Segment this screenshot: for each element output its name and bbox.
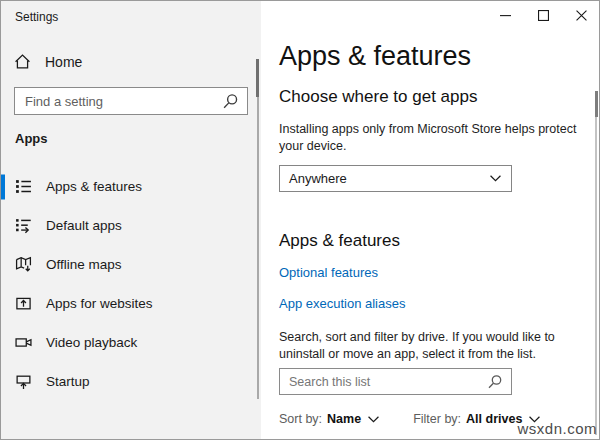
sidebar-section-apps: Apps	[15, 131, 48, 146]
content-scrollbar-thumb[interactable]	[595, 91, 598, 117]
sidebar-item-startup[interactable]: Startup	[1, 362, 257, 401]
settings-window: Settings Home Apps Apps & features	[0, 0, 600, 440]
sidebar-scrollbar-track[interactable]	[257, 59, 259, 399]
startup-icon	[15, 373, 32, 390]
app-execution-aliases-link[interactable]: App execution aliases	[279, 296, 405, 311]
window-controls	[499, 9, 587, 21]
main-content: Apps & features Choose where to get apps…	[261, 1, 599, 439]
watermark: wsxdn.com	[517, 420, 597, 437]
optional-features-link[interactable]: Optional features	[279, 265, 378, 280]
video-playback-icon	[15, 334, 32, 351]
sidebar-item-apps-for-websites[interactable]: Apps for websites	[1, 284, 257, 323]
apps-for-websites-icon	[15, 295, 32, 312]
app-source-dropdown[interactable]: Anywhere	[279, 165, 512, 192]
offline-maps-icon	[15, 256, 32, 273]
close-button[interactable]	[575, 9, 587, 21]
get-apps-description: Installing apps only from Microsoft Stor…	[279, 121, 579, 155]
app-source-dropdown-value: Anywhere	[280, 171, 490, 186]
selected-accent-bar	[1, 174, 5, 199]
app-list-searchbox[interactable]	[279, 368, 512, 395]
window-title: Settings	[15, 10, 58, 24]
get-apps-heading: Choose where to get apps	[279, 87, 477, 107]
nav-item-label: Startup	[46, 374, 90, 389]
nav-item-label: Video playback	[46, 335, 137, 350]
chevron-down-icon	[490, 175, 501, 182]
maximize-button[interactable]	[537, 9, 549, 21]
sidebar-item-home[interactable]: Home	[14, 53, 82, 70]
apps-features-icon	[15, 178, 32, 195]
home-icon	[14, 53, 31, 70]
find-setting-searchbox[interactable]	[14, 87, 248, 115]
filter-by-label: Filter by:	[413, 412, 461, 426]
minimize-icon	[500, 10, 511, 21]
home-label: Home	[45, 54, 82, 70]
default-apps-icon	[15, 217, 32, 234]
sidebar-item-offline-maps[interactable]: Offline maps	[1, 245, 257, 284]
sort-filter-row: Sort by: Name Filter by: All drives	[279, 412, 540, 426]
apps-features-heading: Apps & features	[279, 231, 400, 251]
search-icon	[222, 93, 239, 110]
sidebar: Settings Home Apps Apps & features	[1, 1, 261, 439]
sort-by-label: Sort by:	[279, 412, 322, 426]
nav-item-label: Apps & features	[46, 179, 142, 194]
nav-item-label: Apps for websites	[46, 296, 153, 311]
find-setting-input[interactable]	[15, 94, 222, 109]
sidebar-nav: Apps & features Default apps	[1, 167, 257, 401]
sidebar-item-video-playback[interactable]: Video playback	[1, 323, 257, 362]
apps-features-description: Search, sort and filter by drive. If you…	[279, 329, 567, 363]
nav-item-label: Default apps	[46, 218, 122, 233]
search-icon	[487, 374, 503, 390]
sidebar-item-apps-features[interactable]: Apps & features	[1, 167, 257, 206]
minimize-button[interactable]	[499, 9, 511, 21]
filter-by-value[interactable]: All drives	[466, 412, 522, 426]
app-list-search-input[interactable]	[280, 375, 487, 389]
chevron-down-icon[interactable]	[368, 416, 379, 423]
nav-item-label: Offline maps	[46, 257, 122, 272]
close-icon	[576, 10, 587, 21]
page-title: Apps & features	[279, 41, 471, 72]
sort-by-value[interactable]: Name	[327, 412, 361, 426]
sidebar-item-default-apps[interactable]: Default apps	[1, 206, 257, 245]
content-scrollbar-track[interactable]	[595, 91, 597, 435]
sidebar-scrollbar-thumb[interactable]	[256, 59, 259, 97]
maximize-icon	[538, 10, 549, 21]
